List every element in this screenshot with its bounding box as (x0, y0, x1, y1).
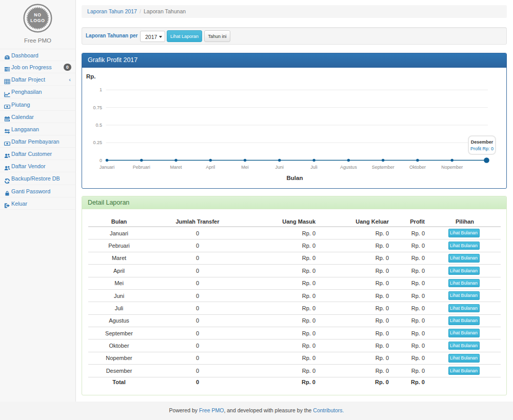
svg-text:Pebruari: Pebruari (133, 165, 150, 170)
svg-text:Maret: Maret (170, 165, 183, 170)
svg-text:Oktober: Oktober (409, 165, 426, 170)
svg-text:0.25: 0.25 (93, 140, 102, 145)
svg-text:0: 0 (100, 158, 102, 163)
svg-text:1: 1 (100, 87, 102, 92)
svg-text:Januari: Januari (100, 165, 115, 170)
svg-text:Juli: Juli (310, 165, 318, 170)
svg-text:Agustus: Agustus (340, 165, 357, 170)
svg-text:Mei: Mei (241, 165, 249, 170)
svg-text:Juni: Juni (275, 165, 284, 170)
svg-text:April: April (206, 165, 215, 170)
svg-text:September: September (372, 165, 394, 170)
svg-text:0.5: 0.5 (95, 123, 102, 128)
svg-text:LOGO: LOGO (30, 18, 45, 23)
svg-text:Nopember: Nopember (441, 165, 463, 170)
svg-text:0.75: 0.75 (93, 105, 102, 110)
svg-text:NO: NO (34, 12, 42, 17)
